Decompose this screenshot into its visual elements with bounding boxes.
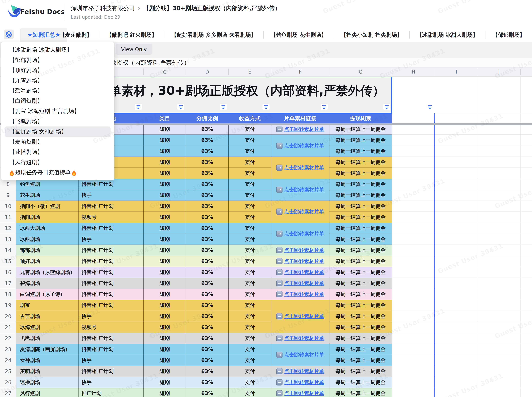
material-link[interactable]: →点击跳转素材片单 xyxy=(271,179,329,201)
row-number: 23 xyxy=(0,344,16,355)
cell-withdraw-period: 每周一结算上一周佣金 xyxy=(329,179,392,190)
column-letter-E[interactable]: E xyxy=(229,67,271,76)
cell-income-type: 支付 xyxy=(229,146,271,157)
cell-category: 短剧 xyxy=(144,289,186,300)
filter-icon[interactable] xyxy=(426,104,433,110)
cell-theater-name: 风行短剧 xyxy=(20,388,78,397)
material-link[interactable]: →点击跳转素材片单 xyxy=(271,267,329,278)
dropdown-item[interactable]: 【九霄剧场】 xyxy=(1,75,114,86)
material-link-text: 点击跳转素材片单 xyxy=(284,258,324,265)
arrow-right-icon: → xyxy=(276,390,283,397)
cell-income-type: 支付 xyxy=(229,190,271,201)
cell-theater-name: 飞鹰剧场 xyxy=(20,333,78,344)
cell-commission: 63% xyxy=(186,344,229,355)
dropdown-item[interactable]: 【麦萌短剧】 xyxy=(1,137,114,147)
cell-income-type: 支付 xyxy=(229,256,271,267)
material-link[interactable]: →点击跳转素材片单 xyxy=(271,278,329,289)
cell-withdraw-period: 每周一结算上一周佣金 xyxy=(329,333,392,344)
grid-line-h xyxy=(392,200,532,201)
cell-withdraw-period: 每周一结算上一周佣金 xyxy=(329,201,392,212)
dropdown-item[interactable]: 【冰甜剧场 冰甜大剧场】 xyxy=(1,45,114,55)
cell-income-type: 支付 xyxy=(229,201,271,212)
material-link[interactable]: →点击跳转素材片单 xyxy=(271,245,329,256)
row-border xyxy=(329,211,392,212)
material-link[interactable]: →点击跳转素材片单 xyxy=(271,201,329,223)
cell-withdraw-period: 每周一结算上一周佣金 xyxy=(329,135,392,146)
arrow-right-icon: → xyxy=(276,280,283,286)
cell-category: 短剧 xyxy=(144,168,186,179)
row-border xyxy=(16,278,392,278)
cell-category: 短剧 xyxy=(144,366,186,377)
dropdown-item[interactable]: 【顶好剧场】 xyxy=(1,65,114,75)
material-link[interactable]: →点击跳转素材片单 xyxy=(271,223,329,245)
material-link[interactable]: →点击跳转素材片单 xyxy=(271,157,329,179)
view-only-badge: View Only xyxy=(116,44,152,55)
grid-line-h xyxy=(392,366,532,366)
column-letter-C[interactable]: C xyxy=(144,67,186,76)
cell-withdraw-period: 每周一结算上一周佣金 xyxy=(329,278,392,289)
material-link[interactable]: →点击跳转素材片单 xyxy=(271,300,329,333)
fire-icon xyxy=(72,169,76,176)
tab-sheet[interactable]: 【冰甜剧场 冰甜大剧场】 xyxy=(410,31,485,39)
cell-platform: 快手 xyxy=(82,234,143,245)
row-border xyxy=(16,300,392,300)
material-link[interactable]: →点击跳转素材片单 xyxy=(271,135,329,157)
cell-commission: 63% xyxy=(186,322,229,333)
tab-sheet[interactable]: 【超好看剧场 多多剧场 来看剧场】 xyxy=(164,31,263,39)
column-letter-G[interactable]: G xyxy=(329,67,392,76)
material-link[interactable]: →点击跳转素材片单 xyxy=(271,289,329,300)
material-link[interactable]: →点击跳转素材片单 xyxy=(271,388,329,397)
material-link[interactable]: →点击跳转素材片单 xyxy=(271,333,329,344)
column-letter-divider xyxy=(435,69,435,75)
arrow-right-icon: → xyxy=(276,126,283,132)
tab-sheet[interactable]: 【郁郁剧场】 xyxy=(485,31,532,39)
dropdown-item[interactable]: 【速播剧场】 xyxy=(1,147,114,157)
dropdown-item[interactable]: 【飞鹰剧场】 xyxy=(1,116,114,127)
column-letter-I[interactable]: I xyxy=(435,67,478,76)
column-letter-D[interactable]: D xyxy=(186,67,229,76)
tab-sheet[interactable]: 【微剧吧 红火剧场】 xyxy=(99,31,164,39)
cell-theater-name: 白词短剧（原子诗） xyxy=(20,289,78,300)
column-letter-F[interactable]: F xyxy=(271,67,329,76)
material-link[interactable]: →点击跳转素材片单 xyxy=(271,377,329,388)
cell-theater-name: 古言剧场 xyxy=(20,311,78,322)
grid-line-h xyxy=(392,134,532,135)
cell-category: 短剧 xyxy=(144,212,186,223)
cell-commission: 63% xyxy=(186,201,229,212)
cell-theater-name: 顶好剧场 xyxy=(20,256,78,267)
cell-commission: 63% xyxy=(186,223,229,234)
row-border xyxy=(329,146,392,146)
cell-commission: 63% xyxy=(186,190,229,201)
dropdown-item[interactable]: 短剧任务每日充值榜单 xyxy=(1,167,114,178)
material-link[interactable]: →点击跳转素材片单 xyxy=(271,124,329,135)
dropdown-item[interactable]: 【碧海剧场】 xyxy=(1,86,114,96)
arrow-right-icon: → xyxy=(276,258,283,264)
grid-line-h xyxy=(392,289,532,289)
cell-withdraw-period: 每周一结算上一周佣金 xyxy=(329,190,392,201)
sheet-list-button[interactable] xyxy=(4,30,14,39)
cell-withdraw-period: 每周一结算上一周佣金 xyxy=(329,223,392,234)
cell-income-type: 支付 xyxy=(229,278,271,289)
cell-platform: 抖音/推广计划 xyxy=(82,201,143,212)
material-link[interactable]: →点击跳转素材片单 xyxy=(271,256,329,267)
material-link[interactable]: →点击跳转素材片单 xyxy=(271,366,329,377)
tab-sheet[interactable]: 【钓鱼剧场 花生剧场】 xyxy=(264,31,334,39)
dropdown-item[interactable]: 【剧宝 冰海短剧 古言剧场】 xyxy=(1,106,114,116)
row-border xyxy=(329,234,392,234)
tab-sheet[interactable]: 【麦芽微剧】 xyxy=(53,31,99,39)
cell-income-type: 支付 xyxy=(229,168,271,179)
material-link[interactable]: →点击跳转素材片单 xyxy=(271,344,329,366)
dropdown-item[interactable]: 【风行短剧】 xyxy=(1,157,114,167)
breadcrumb-company[interactable]: 深圳市格子科技有限公司 xyxy=(71,5,135,12)
dropdown-item[interactable]: 【画屏剧场 女神剧场】 xyxy=(5,126,110,137)
dropdown-item[interactable]: 【郁郁剧场】 xyxy=(1,55,114,65)
column-letter-H[interactable]: H xyxy=(392,67,435,76)
row-border xyxy=(16,190,271,190)
arrow-right-icon: → xyxy=(276,335,283,341)
column-letter-J[interactable]: J xyxy=(478,67,520,76)
grid-line-h xyxy=(392,344,532,344)
dropdown-item[interactable]: 【白词短剧】 xyxy=(1,96,114,106)
cell-withdraw-period: 每周一结算上一周佣金 xyxy=(329,245,392,256)
tab-sheet[interactable]: 【指尖小短剧 指尖剧场】 xyxy=(334,31,409,39)
arrow-right-icon: → xyxy=(276,368,283,374)
